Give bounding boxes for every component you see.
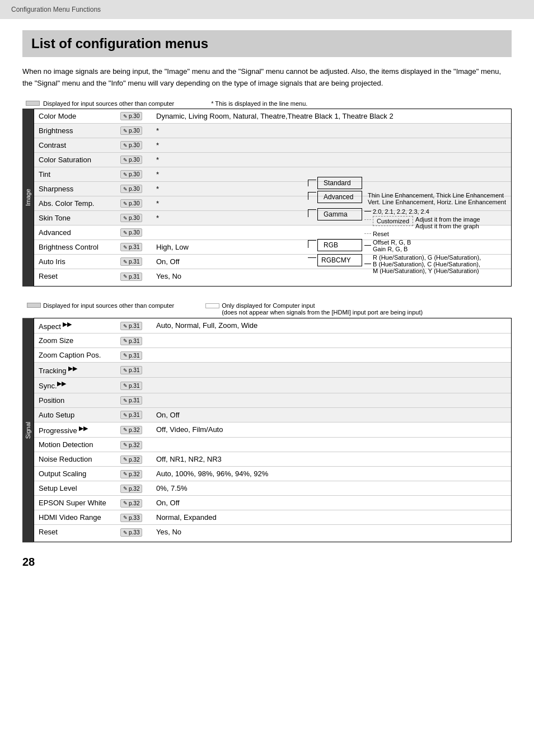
image-legend-rect xyxy=(26,101,40,106)
signal-note-area: Only displayed for Computer input(does n… xyxy=(205,302,423,316)
standard-box: Standard xyxy=(317,177,362,189)
table-row: Output Scaling ✎p.32 Auto, 100%, 98%, 96… xyxy=(34,467,511,481)
ref-badge: ✎p.32 xyxy=(120,456,142,464)
row-ref: ✎p.31 xyxy=(118,256,152,267)
row-name: Aspect ▶▶ xyxy=(34,318,118,333)
customized-box: Customized xyxy=(373,216,413,226)
gamma-box: Gamma xyxy=(317,208,362,220)
row-ref: ✎p.33 xyxy=(118,511,152,523)
row-name: Contrast xyxy=(34,139,118,152)
standard-row: Standard xyxy=(308,177,534,189)
row-name: EPSON Super White xyxy=(34,496,118,509)
row-value: * xyxy=(152,153,511,166)
customized-sub: Adjust it from the imageAdjust it from t… xyxy=(415,216,480,229)
row-ref: ✎p.30 xyxy=(118,154,152,166)
row-name: Zoom Caption Pos. xyxy=(34,349,118,361)
gamma-values: 2.0, 2.1, 2.2, 2.3, 2.4 xyxy=(373,208,429,215)
row-value: 0%, 7.5% xyxy=(152,482,511,495)
ref-badge: ✎p.30 xyxy=(120,170,142,179)
row-ref: ✎p.30 xyxy=(118,139,152,151)
table-row: Contrast ✎p.30 * xyxy=(34,138,511,153)
ref-badge: ✎p.31 xyxy=(120,243,142,251)
row-value: Off, NR1, NR2, NR3 xyxy=(152,453,511,466)
row-value: * xyxy=(152,139,511,152)
ref-badge: ✎p.30 xyxy=(120,112,142,120)
ref-badge: ✎p.32 xyxy=(120,441,142,449)
row-value xyxy=(152,353,511,357)
row-ref: ✎p.31 xyxy=(118,409,152,421)
row-name: Motion Detection xyxy=(34,438,118,451)
advanced-sub: Thin Line Enhancement, Thick Line Enhanc… xyxy=(364,191,509,206)
table-row: Tracking ▶▶ ✎p.31 xyxy=(34,363,511,378)
row-ref: ✎p.31 xyxy=(118,335,152,346)
signal-note-text: Only displayed for Computer input(does n… xyxy=(222,302,423,316)
rgb-box: RGB xyxy=(317,239,362,251)
gamma-reset-row: Reset xyxy=(364,231,534,237)
signal-legend-bar: Displayed for input sources other than c… xyxy=(22,300,512,318)
ref-badge: ✎p.31 xyxy=(120,257,142,266)
row-ref: ✎p.32 xyxy=(118,468,152,480)
ref-badge: ✎p.31 xyxy=(120,382,142,390)
ref-badge: ✎p.32 xyxy=(120,470,142,478)
ref-badge: ✎p.31 xyxy=(120,337,142,345)
row-name: Skin Tone xyxy=(34,212,118,224)
row-ref: ✎p.32 xyxy=(118,482,152,494)
table-row: Color Saturation ✎p.30 * xyxy=(34,153,511,167)
row-name: Reset xyxy=(34,270,118,283)
customized-row: Customized Adjust it from the imageAdjus… xyxy=(364,216,534,229)
rgb-row: RGB Offset R, G, BGain R, G, B xyxy=(308,239,534,252)
row-name: Auto Setup xyxy=(34,408,118,421)
row-ref: ✎p.31 xyxy=(118,241,152,253)
advanced-diagram: Standard Advanced Thin Line Enhancement,… xyxy=(308,177,534,274)
row-value: Dynamic, Living Room, Natural, Theatre,T… xyxy=(152,110,511,123)
row-name: Sharpness xyxy=(34,182,118,195)
row-name: Auto Iris xyxy=(34,255,118,268)
row-name: Reset xyxy=(34,525,118,538)
ref-badge: ✎p.33 xyxy=(120,528,142,537)
row-ref: ✎p.31 xyxy=(118,379,152,391)
row-ref: ✎p.30 xyxy=(118,168,152,180)
table-row: Reset ✎p.33 Yes, No xyxy=(34,525,511,539)
image-section-label: Image xyxy=(22,109,34,287)
row-ref: ✎p.31 xyxy=(118,395,152,406)
row-ref: ✎p.33 xyxy=(118,527,152,538)
row-value: Yes, No xyxy=(152,525,511,538)
table-row: Sync.▶▶ ✎p.31 xyxy=(34,378,511,393)
row-value: On, Off xyxy=(152,496,511,509)
row-ref: ✎p.30 xyxy=(118,198,152,209)
row-value: Off, Video, Film/Auto xyxy=(152,423,511,436)
row-name: Abs. Color Temp. xyxy=(34,197,118,210)
row-name: Color Mode xyxy=(34,110,118,123)
row-value xyxy=(152,383,511,387)
table-row: Color Mode ✎p.30 Dynamic, Living Room, N… xyxy=(34,109,511,124)
signal-legend-text: Displayed for input sources other than c… xyxy=(43,302,174,309)
table-row: Progressive ▶▶ ✎p.32 Off, Video, Film/Au… xyxy=(34,422,511,438)
advanced-row: Advanced Thin Line Enhancement, Thick Li… xyxy=(308,191,534,206)
row-value: Auto, 100%, 98%, 96%, 94%, 92% xyxy=(152,467,511,480)
row-ref: ✎p.32 xyxy=(118,453,152,465)
signal-outer: Displayed for input sources other than c… xyxy=(22,300,512,542)
row-value: On, Off xyxy=(152,408,511,421)
rgbcmy-values: R (Hue/Saturation), G (Hue/Saturation),B… xyxy=(373,254,481,274)
page-number: 28 xyxy=(22,556,35,568)
rgbcmy-box: RGBCMY xyxy=(317,254,362,266)
signal-legend-left: Displayed for input sources other than c… xyxy=(27,302,174,309)
row-ref: ✎p.30 xyxy=(118,125,152,137)
ref-badge: ✎p.31 xyxy=(120,273,142,281)
ref-badge: ✎p.30 xyxy=(120,228,142,237)
row-ref: ✎p.30 xyxy=(118,110,152,122)
table-row: Aspect ▶▶ ✎p.31 Auto, Normal, Full, Zoom… xyxy=(34,318,511,334)
row-name: Output Scaling xyxy=(34,467,118,480)
row-name: Position xyxy=(34,394,118,407)
table-row: Auto Setup ✎p.31 On, Off xyxy=(34,408,511,422)
row-name: Zoom Size xyxy=(34,334,118,347)
table-row: Position ✎p.31 xyxy=(34,393,511,408)
row-value xyxy=(152,442,511,447)
ref-badge: ✎p.32 xyxy=(120,499,142,508)
row-value: * xyxy=(152,124,511,137)
row-name: Brightness xyxy=(34,124,118,137)
row-ref: ✎p.32 xyxy=(118,497,152,509)
ref-badge: ✎p.32 xyxy=(120,426,142,434)
row-ref: ✎p.32 xyxy=(118,424,152,435)
signal-section-border: Aspect ▶▶ ✎p.31 Auto, Normal, Full, Zoom… xyxy=(34,318,512,542)
